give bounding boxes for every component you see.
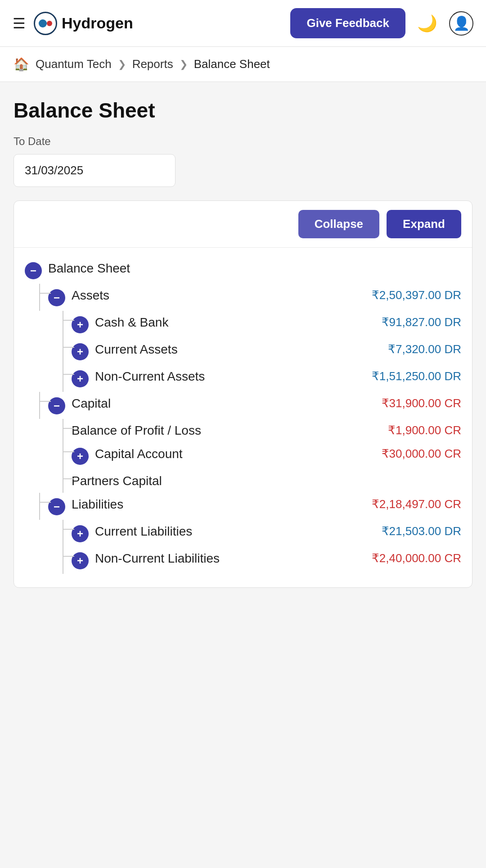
non-current-liabilities-label-block: Non-Current Liabilities [95, 551, 362, 566]
dark-mode-icon[interactable]: 🌙 [417, 14, 437, 33]
tree-row-non-current-assets: Non-Current Assets ₹1,51,250.00 DR [25, 365, 461, 392]
cash-bank-value: ₹91,827.00 DR [362, 315, 461, 329]
capital-account-label: Capital Account [95, 447, 362, 461]
breadcrumb-current: Balance Sheet [194, 57, 270, 71]
tree-row-partners-capital: Partners Capital [25, 469, 461, 493]
breadcrumb-sep-2: ❯ [180, 59, 188, 70]
balance-sheet-tree: Balance Sheet Assets ₹2,50,397.00 DR Cas… [14, 248, 472, 587]
expand-capital-account-icon[interactable] [72, 448, 89, 465]
non-current-liabilities-value: ₹2,40,000.00 CR [362, 551, 461, 565]
expand-button[interactable]: Expand [387, 210, 461, 238]
capital-account-value: ₹30,000.00 CR [362, 447, 461, 461]
collapse-assets-icon[interactable] [48, 289, 65, 306]
app-name: Hydrogen [62, 14, 133, 32]
profit-loss-value: ₹1,900.00 CR [362, 423, 461, 437]
logo-icon [34, 12, 57, 35]
non-current-liabilities-label: Non-Current Liabilities [95, 551, 362, 566]
assets-value: ₹2,50,397.00 DR [362, 288, 461, 302]
tree-row-cash-bank: Cash & Bank ₹91,827.00 DR [25, 311, 461, 338]
date-label: To Date [14, 135, 472, 148]
tree-row-current-liabilities: Current Liabilities ₹21,503.00 DR [25, 520, 461, 547]
partners-capital-label: Partners Capital [72, 474, 461, 488]
current-liabilities-value: ₹21,503.00 DR [362, 524, 461, 538]
tree-row-non-current-liabilities: Non-Current Liabilities ₹2,40,000.00 CR [25, 547, 461, 574]
page-content: Balance Sheet To Date 31/03/2025 Collaps… [0, 82, 486, 601]
collapse-balance-sheet-icon[interactable] [25, 262, 42, 279]
liabilities-value: ₹2,18,497.00 CR [362, 497, 461, 511]
collapse-button[interactable]: Collapse [298, 210, 379, 238]
logo: Hydrogen [34, 12, 133, 35]
tree-row-capital: Capital ₹31,900.00 CR [25, 392, 461, 419]
tree-row-balance-sheet: Balance Sheet [25, 257, 461, 284]
home-icon[interactable]: 🏠 [14, 57, 29, 72]
balance-sheet-label: Balance Sheet [48, 261, 461, 276]
date-input[interactable]: 31/03/2025 [14, 154, 176, 187]
expand-non-current-assets-icon[interactable] [72, 370, 89, 387]
breadcrumb-reports[interactable]: Reports [132, 57, 173, 71]
capital-label: Capital [72, 396, 362, 411]
menu-icon[interactable]: ☰ [13, 16, 26, 31]
capital-value: ₹31,900.00 CR [362, 396, 461, 410]
table-toolbar: Collapse Expand [14, 201, 472, 248]
tree-row-current-assets: Current Assets ₹7,320.00 DR [25, 338, 461, 365]
collapse-liabilities-icon[interactable] [48, 498, 65, 515]
balance-sheet-table: Collapse Expand Balance Sheet Assets ₹2,… [14, 200, 472, 588]
breadcrumb-company[interactable]: Quantum Tech [36, 57, 112, 71]
current-liabilities-label: Current Liabilities [95, 524, 362, 539]
breadcrumb-sep-1: ❯ [118, 59, 126, 70]
tree-row-capital-account: Capital Account ₹30,000.00 CR [25, 442, 461, 469]
feedback-button[interactable]: Give Feedback [290, 8, 405, 38]
header: ☰ Hydrogen Give Feedback 🌙 👤 [0, 0, 486, 47]
page-title: Balance Sheet [14, 98, 472, 123]
expand-current-liabilities-icon[interactable] [72, 525, 89, 542]
current-assets-label: Current Assets [95, 342, 362, 357]
expand-non-current-liabilities-icon[interactable] [72, 552, 89, 569]
non-current-assets-label-block: Non-Current Assets [95, 369, 362, 384]
non-current-assets-value: ₹1,51,250.00 DR [362, 369, 461, 383]
profit-loss-label: Balance of Profit / Loss [72, 423, 362, 438]
expand-cash-bank-icon[interactable] [72, 316, 89, 333]
current-assets-value: ₹7,320.00 DR [362, 342, 461, 356]
tree-row-liabilities: Liabilities ₹2,18,497.00 CR [25, 493, 461, 520]
expand-current-assets-icon[interactable] [72, 343, 89, 360]
tree-row-profit-loss: Balance of Profit / Loss ₹1,900.00 CR [25, 419, 461, 442]
cash-bank-label: Cash & Bank [95, 315, 362, 330]
user-profile-icon[interactable]: 👤 [449, 11, 473, 36]
collapse-capital-icon[interactable] [48, 397, 65, 414]
tree-row-assets: Assets ₹2,50,397.00 DR [25, 284, 461, 311]
non-current-assets-label: Non-Current Assets [95, 369, 362, 384]
assets-label: Assets [72, 288, 362, 303]
liabilities-label: Liabilities [72, 497, 362, 512]
breadcrumb: 🏠 Quantum Tech ❯ Reports ❯ Balance Sheet [0, 47, 486, 82]
